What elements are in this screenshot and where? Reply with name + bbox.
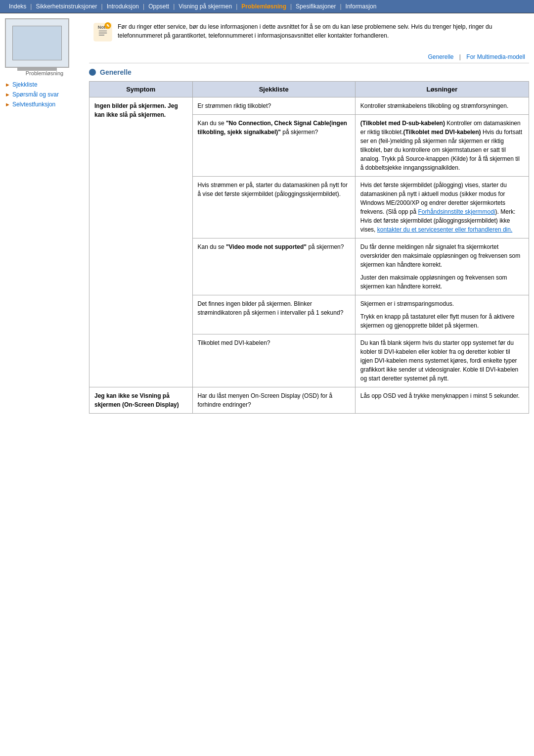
nav-item-sikkerhet[interactable]: Sikkerhetsinstruksjoner (32, 2, 101, 11)
solution-link[interactable]: Forhåndsinnstilte skjermmodi (418, 208, 495, 215)
header-sjekkliste: Sjekkliste (192, 82, 355, 97)
sidebar-link-sjekkliste[interactable]: Sjekkliste (12, 81, 38, 88)
links-row: Generelle | For Multimedia-modell (89, 53, 529, 63)
note-icon-wrap: Note ✎ (93, 22, 113, 42)
monitor-illustration (5, 18, 69, 68)
nav-item-informasjon[interactable]: Informasjon (342, 2, 381, 11)
svg-rect-2 (99, 31, 107, 32)
header-symptom: Symptom (89, 82, 193, 97)
svg-rect-3 (99, 33, 107, 34)
sidebar-link-selvtest[interactable]: Selvtestfunksjon (12, 101, 55, 108)
note-box: Note ✎ Før du ringer etter service, bør … (89, 18, 529, 46)
arrow-icon: ► (5, 92, 10, 97)
sidebar-item-selvtest[interactable]: ► Selvtestfunksjon (5, 101, 84, 108)
monitor-screen (12, 26, 62, 60)
sidebar-item-sjekkliste[interactable]: ► Sjekkliste (5, 81, 84, 88)
checklist-cell: Kan du se "Video mode not supported" på … (192, 238, 355, 295)
nav-item-oppsett[interactable]: Oppsett (144, 2, 173, 11)
section-bullet (89, 69, 96, 76)
arrow-icon: ► (5, 101, 10, 107)
solution-cell: Du får denne meldingen når signalet fra … (355, 238, 529, 295)
link-generelle[interactable]: Generelle (424, 53, 457, 60)
nav-item-spesifikasjoner[interactable]: Spesifikasjoner (292, 2, 340, 11)
main-container: Problemløsning ► Sjekkliste ► Spørsmål o… (0, 13, 534, 419)
solution-cell: Du kan få blank skjerm hvis du starter o… (355, 334, 529, 387)
sidebar: Problemløsning ► Sjekkliste ► Spørsmål o… (5, 18, 84, 414)
nav-item-visning[interactable]: Visning på skjermen (175, 2, 236, 11)
solution-link[interactable]: kontakter du et servicesenter eller forh… (377, 226, 513, 233)
svg-rect-4 (99, 35, 105, 36)
svg-text:✎: ✎ (106, 23, 110, 28)
section-title-text: Generelle (100, 68, 132, 76)
table-row: Ingen bilder på skjermen. Jeg kan ikke s… (89, 97, 529, 115)
checklist-table: Symptom Sjekkliste Løsninger Ingen bilde… (89, 81, 529, 414)
table-row: Jeg kan ikke se Visning på skjermen (On-… (89, 387, 529, 414)
nav-item-introduksjon[interactable]: Introduksjon (103, 2, 143, 11)
sidebar-link-sporsmal[interactable]: Spørsmål og svar (12, 91, 59, 98)
checklist-cell: Hvis strømmen er på, starter du datamask… (192, 177, 355, 238)
symptom-cell-0: Ingen bilder på skjermen. Jeg kan ikke s… (89, 97, 193, 387)
checklist-cell: Er strømmen riktig tilkoblet? (192, 97, 355, 115)
solution-cell: (Tilkoblet med D-sub-kabelen) Kontroller… (355, 115, 529, 177)
section-title: Generelle (89, 68, 529, 76)
solution-cell: Skjermen er i strømsparingsmodus.Trykk e… (355, 295, 529, 334)
table-header-row: Symptom Sjekkliste Løsninger (89, 82, 529, 97)
sidebar-item-sporsmal[interactable]: ► Spørsmål og svar (5, 91, 84, 98)
checklist-cell: Kan du se "No Connection, Check Signal C… (192, 115, 355, 177)
link-multimedia[interactable]: For Multimedia-modell (462, 53, 529, 60)
checklist-cell: Tilkoblet med DVI-kabelen? (192, 334, 355, 387)
note-text: Før du ringer etter service, bør du lese… (118, 22, 525, 40)
solution-cell: Hvis det første skjermbildet (pålogging)… (355, 177, 529, 238)
sidebar-label: Problemløsning (5, 70, 84, 76)
note-icon: Note ✎ (93, 20, 113, 44)
checklist-cell: Har du låst menyen On-Screen Display (OS… (192, 387, 355, 414)
nav-item-indeks[interactable]: Indeks (5, 2, 30, 11)
symptom-cell-1: Jeg kan ikke se Visning på skjermen (On-… (89, 387, 193, 414)
sidebar-nav: ► Sjekkliste ► Spørsmål og svar ► Selvte… (5, 81, 84, 108)
solution-cell: Kontroller strømkabelens tilkobling og s… (355, 97, 529, 115)
arrow-icon: ► (5, 82, 10, 88)
header-losninger: Løsninger (355, 82, 529, 97)
checklist-cell: Det finnes ingen bilder på skjermen. Bli… (192, 295, 355, 334)
solution-cell: Lås opp OSD ved å trykke menyknappen i m… (355, 387, 529, 414)
nav-item-problemlosning[interactable]: Problemløsning (237, 2, 290, 11)
top-nav: Indeks | Sikkerhetsinstruksjoner | Intro… (0, 0, 534, 13)
content-area: Note ✎ Før du ringer etter service, bør … (89, 18, 529, 414)
monitor-base (17, 67, 57, 71)
